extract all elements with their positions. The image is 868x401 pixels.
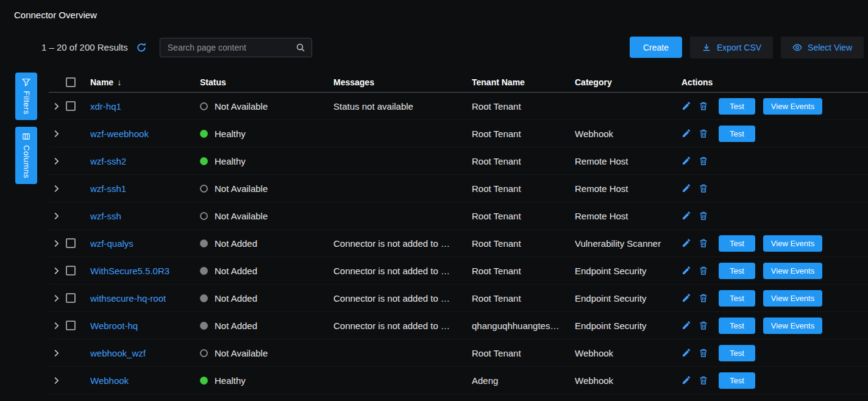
status-dot-icon [200,157,208,165]
test-button[interactable]: Test [719,345,755,361]
status-dot-icon [200,377,208,385]
header-messages: Messages [333,77,472,87]
expand-chevron-icon[interactable] [52,157,61,166]
status-dot-icon [200,185,208,193]
edit-icon[interactable] [681,211,691,221]
header-category: Category [575,77,681,87]
delete-icon[interactable] [699,211,708,221]
edit-icon[interactable] [681,321,691,330]
test-button[interactable]: Test [719,290,755,307]
expand-chevron-icon[interactable] [52,239,61,248]
test-button[interactable]: Test [719,126,755,142]
connector-name-link[interactable]: Webhook [90,375,129,386]
row-checkbox[interactable] [66,238,76,248]
expand-chevron-icon[interactable] [52,321,61,330]
filters-tab[interactable]: Filters [15,73,37,120]
search-input[interactable] [166,42,296,53]
expand-chevron-icon[interactable] [52,211,61,221]
status-text: Not Added [215,321,257,331]
connector-name-link[interactable]: wzf-ssh1 [90,183,126,194]
expand-chevron-icon[interactable] [52,294,61,303]
edit-icon[interactable] [681,156,691,166]
connector-name-link[interactable]: WithSecure5.5.0R3 [90,266,169,276]
view-events-button[interactable]: View Events [763,235,822,252]
table-row: wzf-weebhook Healthy Root Tenant Webhook… [49,120,868,147]
test-button[interactable]: Test [719,372,755,389]
expand-chevron-icon[interactable] [52,129,61,138]
expand-chevron-icon[interactable] [52,349,61,358]
test-button[interactable]: Test [719,263,755,279]
connector-name-link[interactable]: xdr-hq1 [90,101,121,112]
search-icon[interactable] [296,43,305,52]
sort-desc-icon[interactable]: ↓ [117,77,121,87]
row-checkbox[interactable] [66,266,76,275]
view-events-button[interactable]: View Events [763,263,822,279]
test-button[interactable]: Test [719,235,755,252]
status-text: Healthy [215,156,246,166]
header-actions: Actions [681,77,868,87]
row-checkbox[interactable] [66,321,76,330]
status-dot-icon [200,267,208,275]
row-checkbox[interactable] [66,293,76,303]
header-name[interactable]: Name [90,77,113,87]
download-icon [702,43,711,52]
refresh-icon[interactable] [136,42,147,53]
status-text: Healthy [215,375,246,386]
expand-chevron-icon[interactable] [52,102,61,111]
view-events-button[interactable]: View Events [763,318,822,334]
status-text: Not Added [215,238,257,249]
edit-icon[interactable] [681,348,691,358]
select-view-button[interactable]: Select View [781,37,864,59]
expand-chevron-icon[interactable] [52,266,61,275]
filter-icon [22,78,30,87]
connector-name-link[interactable]: Webroot-hq [90,321,138,331]
delete-icon[interactable] [699,266,708,275]
table-row: xdr-hq1 Not Available Status not availab… [49,93,868,120]
select-all-checkbox[interactable] [66,77,76,87]
tenant-name: Adeng [472,375,575,386]
table-row: withsecure-hq-root Not Added Connector i… [49,285,868,312]
connector-name-link[interactable]: wzf-ssh [90,211,121,221]
delete-icon[interactable] [699,101,708,111]
header-tenant-name: Tenant Name [472,77,575,87]
delete-icon[interactable] [699,375,708,385]
tenant-name: Root Tenant [472,238,575,249]
edit-icon[interactable] [681,129,691,138]
connector-name-link[interactable]: wzf-ssh2 [90,156,126,166]
delete-icon[interactable] [699,156,708,166]
table-row: wzf-ssh1 Not Available Root Tenant Remot… [49,175,868,202]
export-csv-button[interactable]: Export CSV [690,37,773,59]
delete-icon[interactable] [699,348,708,358]
delete-icon[interactable] [699,293,708,303]
expand-chevron-icon[interactable] [52,184,61,193]
connector-name-link[interactable]: wzf-weebhook [90,129,149,139]
edit-icon[interactable] [681,183,691,193]
delete-icon[interactable] [699,129,708,138]
delete-icon[interactable] [699,238,708,248]
edit-icon[interactable] [681,293,691,303]
edit-icon[interactable] [681,266,691,275]
test-button[interactable]: Test [719,98,755,115]
create-button[interactable]: Create [630,37,682,58]
category-text: Webhook [575,375,681,386]
tenant-name: Root Tenant [472,266,575,276]
connector-name-link[interactable]: withsecure-hq-root [90,293,166,303]
edit-icon[interactable] [681,238,691,248]
row-checkbox[interactable] [66,101,76,111]
delete-icon[interactable] [699,183,708,193]
columns-tab[interactable]: Columns [15,127,37,184]
view-events-button[interactable]: View Events [763,98,822,115]
connector-name-link[interactable]: wzf-qualys [90,238,133,249]
test-button[interactable]: Test [719,318,755,334]
edit-icon[interactable] [681,375,691,385]
view-events-button[interactable]: View Events [763,290,822,307]
edit-icon[interactable] [681,101,691,111]
status-text: Not Available [215,348,268,358]
category-text: Remote Host [575,183,681,194]
table-body: xdr-hq1 Not Available Status not availab… [0,93,868,394]
expand-chevron-icon[interactable] [52,376,61,385]
delete-icon[interactable] [699,321,708,330]
results-count: 1 – 20 of 200 Results [41,42,128,52]
connector-name-link[interactable]: webhook_wzf [90,348,146,358]
category-text: Endpoint Security [575,321,681,331]
